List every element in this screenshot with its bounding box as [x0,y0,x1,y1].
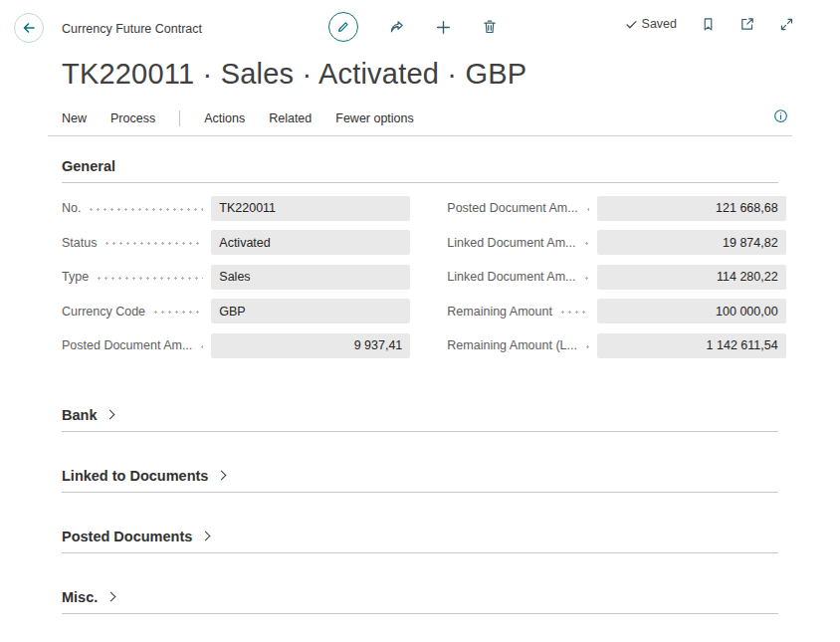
open-in-window-button[interactable] [739,16,755,32]
expand-icon [779,17,794,32]
field-label: Type [62,270,89,284]
field-label: Posted Document Am... [447,201,577,215]
section-linked-to-documents: Linked to Documents [62,468,778,493]
field-row-remaining-amount-lcy: Remaining Amount (L... 1 142 611,54 [447,328,785,363]
menu-item-fewer-options[interactable]: Fewer options [335,111,414,125]
field-value-type[interactable]: Sales [211,265,410,290]
menu-divider [179,110,180,126]
field-value-currency-code[interactable]: GBP [211,299,410,323]
dotted-leader [199,345,203,348]
section-bank: Bank [62,407,778,432]
top-bar: Currency Future Contract [0,0,840,56]
section-header-bank[interactable]: Bank [62,407,778,432]
section-title: General [62,158,115,174]
save-status-label: Saved [642,17,677,31]
dotted-leader [88,208,203,211]
dotted-leader [583,242,589,245]
dotted-leader [584,345,589,348]
menu-item-process[interactable]: Process [110,111,155,125]
field-row-no: No. TK220011 [62,191,410,226]
plus-icon [435,19,452,36]
field-value[interactable]: 100 000,00 [597,299,786,323]
field-label: Linked Document Am... [447,236,575,250]
field-value[interactable]: 114 280,22 [597,265,786,290]
field-label: Status [62,236,97,250]
section-title: Misc. [62,589,98,605]
field-value-no[interactable]: TK220011 [211,196,410,221]
dotted-leader [152,311,203,314]
field-value[interactable]: 121 668,68 [597,196,786,221]
field-row-linked-doc-amount: Linked Document Am... 19 874,82 [447,226,785,261]
dotted-leader [585,208,589,211]
field-value-status[interactable]: Activated [211,230,410,255]
field-label: Remaining Amount [447,305,552,319]
toolbar-right: Saved [625,16,794,32]
check-icon [625,18,638,31]
share-button[interactable] [388,19,405,36]
section-header-misc[interactable]: Misc. [62,589,778,614]
new-document-button[interactable] [435,19,452,36]
section-title: Linked to Documents [62,468,208,484]
menu-item-actions[interactable]: Actions [204,111,245,125]
field-row-remaining-amount: Remaining Amount 100 000,00 [447,295,785,329]
delete-button[interactable] [482,19,498,35]
field-row-status: Status Activated [62,226,410,261]
chevron-right-icon [106,592,116,602]
field-label: Currency Code [62,305,145,319]
save-status: Saved [625,17,677,31]
chevron-right-icon [217,471,227,481]
section-title: Bank [62,407,97,423]
share-icon [388,19,405,36]
field-row-currency-code: Currency Code GBP [62,295,410,329]
general-left-column: No. TK220011 Status Activated Type Sales… [62,191,410,363]
general-right-column: Posted Document Am... 121 668,68 Linked … [447,191,785,363]
menu-item-new[interactable]: New [62,111,87,125]
general-form: No. TK220011 Status Activated Type Sales… [62,191,778,363]
menu-item-related[interactable]: Related [269,111,312,125]
trash-icon [482,19,498,35]
field-row-type: Type Sales [62,260,410,295]
expand-button[interactable] [779,17,794,32]
edit-pencil-icon [336,20,350,34]
edit-button[interactable] [328,12,358,42]
learn-more-button[interactable] [773,108,788,123]
back-icon [21,20,37,36]
bookmark-button[interactable] [701,17,716,32]
section-header-general[interactable]: General [62,158,778,183]
back-button[interactable] [14,13,44,43]
bookmark-icon [701,17,716,32]
chevron-right-icon [105,410,115,420]
field-label: Posted Document Am... [62,338,192,352]
section-header-linked-to-documents[interactable]: Linked to Documents [62,468,778,493]
page-content: General No. TK220011 Status Activated Ty… [0,158,840,614]
chevron-right-icon [201,532,211,541]
field-row-linked-doc-amount-lcy: Linked Document Am... 114 280,22 [447,260,785,295]
page-caption: Currency Future Contract [62,22,202,36]
dotted-leader [104,242,203,245]
field-value[interactable]: 1 142 611,54 [597,333,786,358]
section-header-posted-documents[interactable]: Posted Documents [62,529,778,553]
field-label: Remaining Amount (L... [447,338,577,352]
field-row-posted-doc-amount-lcy: Posted Document Am... 121 668,68 [447,191,785,226]
field-label: Linked Document Am... [447,270,575,284]
toolbar-center [328,12,498,42]
info-icon [773,108,788,123]
dotted-leader [96,277,203,280]
page-title: TK220011 · Sales · Activated · GBP [62,56,840,91]
section-posted-documents: Posted Documents [62,529,778,553]
field-label: No. [62,201,81,215]
section-title: Posted Documents [62,529,192,544]
action-menu: New Process Actions Related Fewer option… [48,107,792,136]
section-misc: Misc. [62,589,778,614]
dotted-leader [559,311,589,314]
dotted-leader [583,277,589,280]
field-value-posted-doc-amount[interactable]: 9 937,41 [211,333,410,358]
open-window-icon [739,16,755,32]
field-value[interactable]: 19 874,82 [597,230,786,255]
field-row-posted-doc-amount: Posted Document Am... 9 937,41 [62,328,410,363]
